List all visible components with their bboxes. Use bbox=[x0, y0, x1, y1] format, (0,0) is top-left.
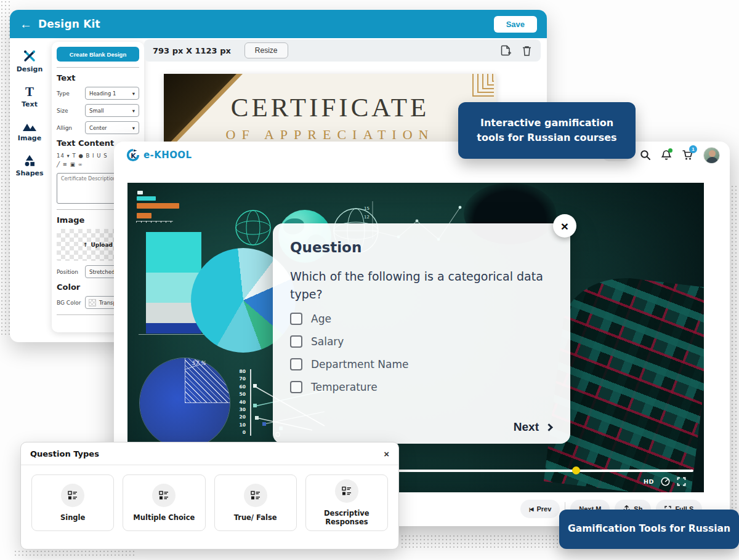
delete-page-button[interactable] bbox=[522, 45, 532, 57]
bar-chart-axis bbox=[136, 221, 173, 223]
stacked-column-graphic bbox=[146, 232, 201, 334]
option-row-temperature[interactable]: Temperature bbox=[290, 381, 553, 393]
checkbox[interactable] bbox=[290, 358, 302, 370]
shapes-icon bbox=[23, 154, 36, 167]
card-multiple-choice[interactable]: Multiple Choice bbox=[123, 474, 205, 531]
position-label: Position bbox=[57, 269, 78, 275]
gamification-banner: Gamification Tools for Russian bbox=[559, 510, 739, 549]
sidebar-item-image[interactable]: Image bbox=[18, 121, 41, 142]
lms-header: K e-KHOOL LMS bbox=[114, 142, 730, 169]
cart-badge: 1 bbox=[689, 145, 697, 153]
size-label: Size bbox=[57, 108, 68, 114]
text-tool-icon: T bbox=[25, 86, 34, 98]
checklist-icon bbox=[251, 490, 260, 500]
chevron-down-icon: ▾ bbox=[132, 90, 135, 97]
divider bbox=[57, 67, 139, 68]
playback-speed-icon[interactable] bbox=[661, 477, 670, 486]
card-true-false[interactable]: True/ False bbox=[214, 474, 297, 531]
ekhool-logo-icon: K bbox=[126, 148, 140, 162]
question-modal: × Question Which of the following is a c… bbox=[273, 223, 570, 444]
align-label: Allign bbox=[57, 125, 72, 131]
notification-dot bbox=[668, 148, 672, 153]
bar-chart-graphic bbox=[137, 213, 151, 218]
canvas-dimensions: 793 px X 1123 px bbox=[153, 46, 231, 55]
trash-icon bbox=[522, 45, 532, 57]
resize-button[interactable]: Resize bbox=[244, 42, 288, 58]
option-label: Salary bbox=[311, 335, 344, 348]
close-icon[interactable]: × bbox=[384, 449, 389, 459]
certificate-preview[interactable]: CERTIFICATE OF APPRECIATION bbox=[164, 74, 496, 153]
checklist-icon-badge bbox=[244, 484, 267, 507]
design-kit-title: Design Kit bbox=[38, 18, 100, 30]
fullscreen-icon[interactable] bbox=[677, 477, 686, 486]
checklist-icon-badge bbox=[335, 479, 358, 503]
ekhool-logo[interactable]: K e-KHOOL bbox=[126, 148, 192, 162]
text-section-heading: Text bbox=[57, 73, 139, 82]
card-single[interactable]: Single bbox=[31, 474, 114, 531]
option-label: Temperature bbox=[311, 381, 378, 393]
question-types-panel: Question Types × Single bbox=[20, 442, 399, 550]
type-select[interactable]: Heading 1 ▾ bbox=[85, 87, 139, 100]
sketch-label: 15 bbox=[364, 206, 370, 211]
certificate-title: CERTIFICATE bbox=[164, 92, 496, 122]
design-tools-icon bbox=[23, 49, 36, 63]
prev-button[interactable]: |◀ Prev bbox=[520, 500, 560, 518]
position-value: Stretched bbox=[89, 269, 115, 275]
add-page-button[interactable] bbox=[500, 45, 512, 57]
back-arrow-icon[interactable]: ← bbox=[20, 18, 32, 30]
cart-button[interactable]: 1 bbox=[682, 150, 693, 161]
prev-label: Prev bbox=[536, 505, 551, 513]
checkbox[interactable] bbox=[290, 313, 302, 325]
sidebar-item-text[interactable]: T Text bbox=[22, 86, 38, 108]
user-avatar[interactable] bbox=[703, 147, 720, 164]
halftone-decor-right bbox=[730, 185, 739, 514]
size-row: Size Small ▾ bbox=[57, 104, 139, 117]
checkbox[interactable] bbox=[290, 381, 302, 393]
chevron-down-icon: ▾ bbox=[132, 108, 135, 114]
video-progress-handle[interactable] bbox=[572, 466, 580, 474]
design-kit-header: ← Design Kit Save bbox=[10, 10, 547, 38]
hd-quality-button[interactable]: HD bbox=[644, 478, 654, 485]
sidebar-item-design[interactable]: Design bbox=[17, 49, 43, 73]
option-row-salary[interactable]: Salary bbox=[290, 335, 553, 348]
type-value: Heading 1 bbox=[89, 90, 116, 97]
close-icon[interactable]: × bbox=[553, 214, 576, 238]
search-button[interactable] bbox=[640, 150, 651, 161]
question-type-cards: Single Multiple Choice bbox=[21, 465, 398, 540]
option-row-age[interactable]: Age bbox=[290, 313, 553, 325]
svg-text:K: K bbox=[131, 152, 136, 160]
option-row-department-name[interactable]: Department Name bbox=[290, 358, 553, 370]
tooltip-text: Interactive gamification tools for Russi… bbox=[469, 116, 624, 145]
next-question-button[interactable]: Next bbox=[514, 420, 552, 434]
line-chart-axis bbox=[250, 369, 251, 436]
options-list: Age Salary Department Name Temperature bbox=[290, 313, 553, 393]
next-label: Next bbox=[514, 420, 539, 434]
line-chart-axis-labels: 8070 6050 4030 2010 0 bbox=[233, 369, 246, 435]
save-button[interactable]: Save bbox=[494, 16, 537, 33]
halftone-decor-bottom bbox=[400, 534, 560, 550]
type-row: Type Heading 1 ▾ bbox=[57, 87, 139, 100]
canvas-actions bbox=[500, 45, 532, 57]
checkbox[interactable] bbox=[290, 335, 302, 348]
align-select[interactable]: Center ▾ bbox=[85, 121, 139, 134]
question-text: Which of the following is a categorical … bbox=[290, 268, 553, 303]
checklist-icon-badge bbox=[152, 484, 176, 507]
ekhool-logo-text: e-KHOOL bbox=[143, 150, 192, 161]
type-label: Type bbox=[57, 90, 70, 97]
card-descriptive-responses[interactable]: Descriptive Responses bbox=[305, 474, 388, 531]
question-types-header: Question Types × bbox=[21, 442, 398, 465]
image-mountains-icon bbox=[22, 121, 37, 132]
chevron-down-icon: ▾ bbox=[132, 125, 135, 131]
size-select[interactable]: Small ▾ bbox=[85, 104, 139, 117]
create-blank-design-button[interactable]: Create Blank Design bbox=[57, 47, 139, 62]
skip-previous-icon: |◀ bbox=[529, 506, 533, 512]
video-hud: HD bbox=[644, 477, 686, 486]
transparency-swatch bbox=[89, 299, 96, 306]
option-label: Department Name bbox=[311, 358, 408, 370]
sidebar-item-shapes[interactable]: Shapes bbox=[15, 154, 43, 177]
sidebar-label-shapes: Shapes bbox=[15, 169, 43, 177]
blue-pie-graphic bbox=[140, 358, 230, 448]
sketch-label: 12 bbox=[364, 215, 370, 220]
upload-label: Upload bbox=[91, 242, 113, 248]
notifications-button[interactable] bbox=[661, 150, 672, 161]
